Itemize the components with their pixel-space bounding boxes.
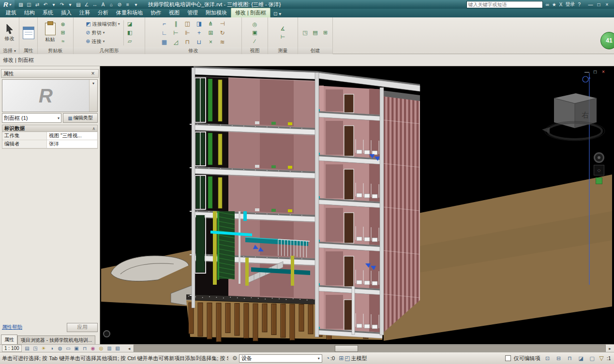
linework-icon[interactable]: ∕ bbox=[251, 37, 259, 45]
tab-注释[interactable]: 注释 bbox=[75, 8, 94, 17]
design-options-icon[interactable]: ◰ bbox=[344, 355, 350, 362]
unpin-icon[interactable]: ⊔ bbox=[194, 37, 205, 46]
view-minimize-icon[interactable]: — bbox=[584, 69, 590, 74]
sign-in-label[interactable]: 登录 bbox=[565, 1, 575, 8]
horizontal-scrollbar[interactable] bbox=[134, 345, 606, 352]
table-row[interactable]: 工作集 视图 "三维视... bbox=[2, 132, 97, 140]
view-restore-icon[interactable]: □ bbox=[592, 69, 598, 74]
steering-wheel-button[interactable] bbox=[594, 152, 604, 163]
measure-between-refs-icon[interactable]: ∡ bbox=[279, 25, 287, 32]
print-icon[interactable]: ▤ bbox=[75, 1, 82, 8]
crop-view-icon[interactable]: ▭ bbox=[65, 345, 72, 351]
communication-center-badge[interactable]: 41 bbox=[600, 32, 614, 49]
tool-join-end-cut[interactable]: ◩连接端切割▾ bbox=[84, 20, 121, 28]
worksets-gear-icon[interactable]: ⚙ bbox=[232, 355, 238, 362]
hide-in-view-icon[interactable]: ◎ bbox=[251, 21, 259, 29]
locked-3d-view-icon[interactable]: ⊓ bbox=[81, 345, 89, 351]
tab-系统[interactable]: 系统 bbox=[39, 8, 57, 17]
undo-icon[interactable]: ↶ bbox=[42, 1, 49, 8]
steering-wheel-mini-icon[interactable] bbox=[103, 330, 110, 337]
show-viewcube-button[interactable] bbox=[596, 177, 602, 184]
group-collapse-icon[interactable]: ∧ bbox=[92, 126, 95, 131]
palette-header[interactable]: 属性 × bbox=[1, 69, 99, 78]
properties-help-link[interactable]: 属性帮助 bbox=[2, 324, 22, 331]
tab-附加模块[interactable]: 附加模块 bbox=[202, 8, 231, 17]
tab-管理[interactable]: 管理 bbox=[183, 8, 202, 17]
restore-button[interactable]: □ bbox=[596, 2, 602, 7]
tab-project-browser[interactable]: 项目浏览器 - 技师学院机电培训... bbox=[17, 335, 95, 344]
create-similar-icon[interactable]: ▤ bbox=[311, 29, 319, 37]
panel-measure-label[interactable]: 测量 bbox=[268, 47, 298, 54]
row-value[interactable]: 张洋 bbox=[47, 140, 97, 148]
scale-icon[interactable]: ◿ bbox=[170, 37, 182, 46]
match-type-icon[interactable]: ≋ bbox=[217, 37, 228, 46]
override-graphics-icon[interactable]: ▣ bbox=[251, 29, 259, 37]
align-icon[interactable]: ⌐ bbox=[159, 19, 170, 28]
subscription-star-icon[interactable]: ★ bbox=[552, 2, 556, 7]
application-menu-button[interactable]: R▾ bbox=[0, 0, 15, 9]
help-icon[interactable]: ? bbox=[578, 2, 581, 7]
undo-dropdown-icon[interactable]: ▾ bbox=[50, 1, 57, 8]
panel-select-label[interactable]: 选择 ▾ bbox=[0, 47, 19, 54]
select-pinned-toggle-icon[interactable]: ⊓ bbox=[566, 354, 574, 363]
array-icon[interactable]: ▦ bbox=[159, 37, 170, 46]
tab-视图[interactable]: 视图 bbox=[165, 8, 183, 17]
close-button[interactable]: × bbox=[604, 2, 610, 7]
section-icon[interactable]: ⊘ bbox=[116, 1, 123, 8]
shadows-icon[interactable]: ◑ bbox=[48, 345, 56, 351]
default-3d-view-icon[interactable]: ⌂ bbox=[108, 1, 115, 8]
type-name-dropdown[interactable]: 剖面框 (1) ▾ bbox=[2, 113, 61, 123]
properties-button[interactable] bbox=[22, 26, 35, 40]
modify-button[interactable]: 修改 bbox=[4, 23, 15, 43]
select-links-toggle-icon[interactable]: ⊡ bbox=[543, 354, 552, 363]
type-selector-preview[interactable]: R ▾ bbox=[2, 79, 98, 112]
split-with-gap-icon[interactable]: ⊣ bbox=[217, 19, 228, 28]
binoculars-icon[interactable]: ∞ bbox=[546, 2, 549, 7]
tool-join[interactable]: ⊕连接▾ bbox=[84, 37, 121, 45]
cut-icon[interactable]: ⊗ bbox=[59, 21, 67, 29]
palette-close-icon[interactable]: × bbox=[90, 70, 96, 77]
tab-建筑[interactable]: 建筑 bbox=[2, 8, 20, 17]
minimize-button[interactable]: — bbox=[587, 2, 594, 7]
exchange-apps-icon[interactable]: X bbox=[559, 2, 563, 7]
trim-single-icon[interactable]: ⊢ bbox=[170, 28, 182, 37]
filter-icon[interactable]: ▽ bbox=[599, 355, 604, 362]
panel-geometry-label[interactable]: 几何图形 bbox=[74, 47, 145, 54]
ribbon-display-options-icon[interactable]: ⊡ ▾ bbox=[273, 11, 281, 17]
scrollbar-thumb[interactable] bbox=[335, 345, 358, 352]
offset-icon[interactable]: ∥ bbox=[170, 19, 182, 28]
redo-icon[interactable]: ↷ bbox=[59, 1, 65, 8]
tool-cut[interactable]: ⊘剪切▾ bbox=[84, 29, 121, 37]
open-icon[interactable]: ▨ bbox=[17, 1, 24, 8]
panel-clipboard-label[interactable]: 剪贴板 bbox=[38, 47, 73, 54]
paste-button[interactable]: 粘贴 bbox=[44, 22, 57, 44]
visual-style-icon[interactable]: ◳ bbox=[32, 345, 39, 351]
tab-分析[interactable]: 分析 bbox=[94, 8, 112, 17]
paint-icon[interactable]: ◧ bbox=[126, 29, 134, 37]
worksets-dialog-icon[interactable]: ⊞ bbox=[339, 355, 344, 362]
copy-icon[interactable]: ⊞ bbox=[59, 29, 67, 37]
trim-multiple-icon[interactable]: ⊩ bbox=[182, 28, 194, 37]
edit-type-button[interactable]: ▦ 编辑类型 bbox=[63, 113, 98, 123]
reveal-hidden-elements-icon[interactable]: ◎ bbox=[98, 345, 105, 351]
temporary-view-properties-icon[interactable]: ▧ bbox=[114, 345, 121, 351]
editable-only-checkbox[interactable] bbox=[505, 355, 511, 361]
match-properties-icon[interactable]: ≈ bbox=[59, 37, 67, 45]
tab-contextual[interactable]: 修改 | 剖面框 bbox=[231, 8, 270, 17]
create-group-icon[interactable]: ◳ bbox=[301, 29, 309, 37]
temporary-hide-isolate-icon[interactable]: ◉ bbox=[90, 345, 97, 351]
tab-插入[interactable]: 插入 bbox=[57, 8, 75, 17]
aligned-dimension-icon[interactable]: ↔ bbox=[91, 1, 98, 8]
type-selector-caret-icon[interactable]: ▾ bbox=[89, 80, 97, 112]
panel-create-label[interactable]: 创建 bbox=[298, 47, 332, 54]
select-underlay-toggle-icon[interactable]: ⊟ bbox=[554, 354, 563, 363]
copy-icon[interactable]: ⊞ bbox=[205, 28, 217, 37]
redo-dropdown-icon[interactable]: ▾ bbox=[67, 1, 74, 8]
background-process-icon[interactable]: ◔ bbox=[326, 355, 329, 362]
trim-corner-icon[interactable]: ∟ bbox=[159, 28, 170, 37]
panel-modify-label[interactable]: 修改 bbox=[145, 47, 241, 54]
sun-path-icon[interactable]: ☀ bbox=[40, 345, 47, 351]
qat-customize-icon[interactable]: ▾ bbox=[133, 1, 139, 8]
table-row[interactable]: 编辑者 张洋 bbox=[2, 140, 97, 148]
view-close-icon[interactable]: × bbox=[600, 69, 606, 74]
